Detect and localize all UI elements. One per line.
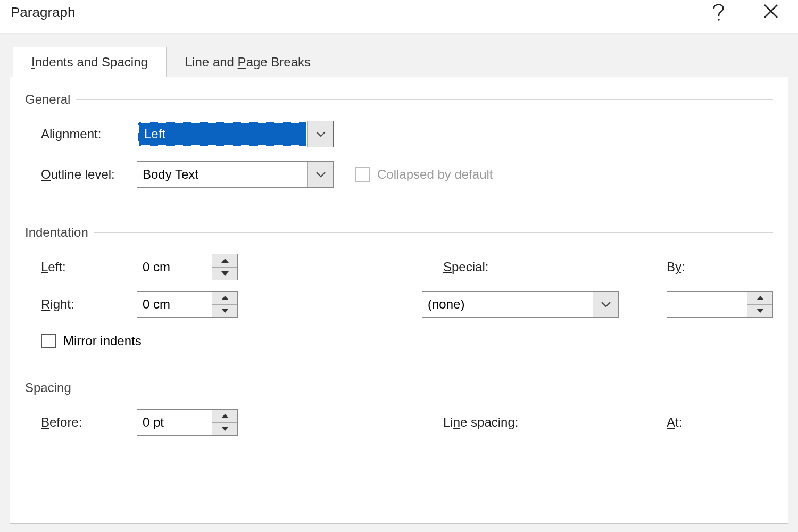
spinner-down-icon[interactable]	[212, 423, 237, 436]
svg-marker-10	[221, 427, 229, 431]
group-spacing: Spacing	[25, 380, 773, 395]
svg-marker-7	[757, 296, 764, 300]
spinner-buttons	[747, 292, 772, 317]
group-indentation: Indentation	[25, 225, 773, 240]
group-general-label: General	[25, 92, 70, 107]
divider	[94, 232, 773, 233]
svg-marker-8	[757, 309, 764, 313]
titlebar: Paragraph	[0, 0, 798, 33]
alignment-combo[interactable]: Left	[137, 121, 334, 147]
spinner-down-icon[interactable]	[212, 268, 237, 280]
indent-right-label: Right:	[25, 297, 137, 312]
spinner-up-icon[interactable]	[212, 410, 237, 423]
close-button[interactable]	[763, 3, 779, 21]
special-combo[interactable]: (none)	[422, 291, 619, 318]
alignment-value: Left	[138, 122, 306, 146]
help-button[interactable]	[712, 3, 726, 21]
outline-label: Outline level:	[25, 167, 137, 182]
by-spinner[interactable]	[667, 291, 773, 318]
divider	[77, 388, 773, 388]
indent-right-value[interactable]: 0 cm	[137, 292, 212, 317]
svg-marker-9	[221, 414, 229, 418]
svg-marker-5	[221, 296, 229, 300]
tab-indents-spacing[interactable]: Indents and Spacing	[13, 47, 167, 77]
mirror-checkbox[interactable]: Mirror indents	[41, 334, 142, 348]
group-spacing-label: Spacing	[25, 380, 71, 395]
row-alignment: Alignment: Left	[25, 121, 773, 147]
before-spinner[interactable]: 0 pt	[137, 409, 238, 436]
checkbox-box[interactable]	[41, 334, 56, 348]
group-indentation-label: Indentation	[25, 225, 88, 240]
spinner-up-icon[interactable]	[212, 292, 237, 305]
tab-line-page-breaks[interactable]: Line and Page Breaks	[167, 47, 329, 77]
indent-left-value[interactable]: 0 cm	[137, 254, 212, 280]
mirror-label: Mirror indents	[63, 334, 142, 348]
spinner-down-icon[interactable]	[212, 305, 237, 318]
outline-value: Body Text	[137, 162, 307, 187]
checkbox-box	[355, 167, 370, 182]
collapsed-label: Collapsed by default	[377, 167, 493, 182]
client-area: Indents and Spacing Line and Page Breaks…	[0, 33, 798, 532]
at-label: At:	[667, 415, 773, 430]
special-label: Special:	[443, 260, 645, 275]
spinner-down-icon[interactable]	[747, 305, 772, 318]
tabstrip: Indents and Spacing Line and Page Breaks	[10, 46, 788, 77]
chevron-down-icon[interactable]	[307, 121, 333, 147]
divider	[76, 99, 773, 100]
outline-combo[interactable]: Body Text	[137, 161, 334, 188]
row-spacing-before: Before: 0 pt Line spacing: At:	[25, 409, 773, 436]
indent-right-spinner[interactable]: 0 cm	[137, 291, 238, 318]
svg-marker-6	[221, 309, 229, 313]
tab-panel: General Alignment: Left Outline level: B…	[10, 77, 788, 524]
chevron-down-icon[interactable]	[307, 162, 333, 187]
alignment-label: Alignment:	[25, 127, 137, 142]
row-mirror: Mirror indents	[25, 334, 773, 348]
spinner-buttons	[212, 292, 237, 317]
indent-left-label: Left:	[25, 260, 137, 275]
spinner-buttons	[212, 254, 237, 280]
spinner-buttons	[212, 410, 237, 435]
dialog-title: Paragraph	[11, 4, 75, 21]
svg-marker-4	[221, 271, 229, 276]
by-value[interactable]	[667, 292, 747, 317]
spinner-up-icon[interactable]	[212, 254, 237, 268]
spinner-up-icon[interactable]	[747, 292, 772, 305]
row-outline: Outline level: Body Text Collapsed by de…	[25, 161, 773, 188]
indent-left-spinner[interactable]: 0 cm	[137, 254, 238, 280]
collapsed-checkbox: Collapsed by default	[355, 167, 493, 182]
group-general: General	[25, 92, 773, 107]
special-value: (none)	[422, 292, 593, 317]
row-indent-right: Right: 0 cm (none)	[25, 291, 773, 318]
by-label: By:	[667, 260, 773, 275]
window-controls	[712, 3, 787, 21]
before-value[interactable]: 0 pt	[137, 410, 212, 435]
line-spacing-label: Line spacing:	[443, 415, 645, 430]
svg-point-0	[718, 19, 720, 21]
before-label: Before:	[25, 415, 137, 430]
row-indent-left: Left: 0 cm Special: By:	[25, 254, 773, 280]
chevron-down-icon[interactable]	[593, 292, 618, 317]
svg-marker-3	[221, 259, 229, 263]
